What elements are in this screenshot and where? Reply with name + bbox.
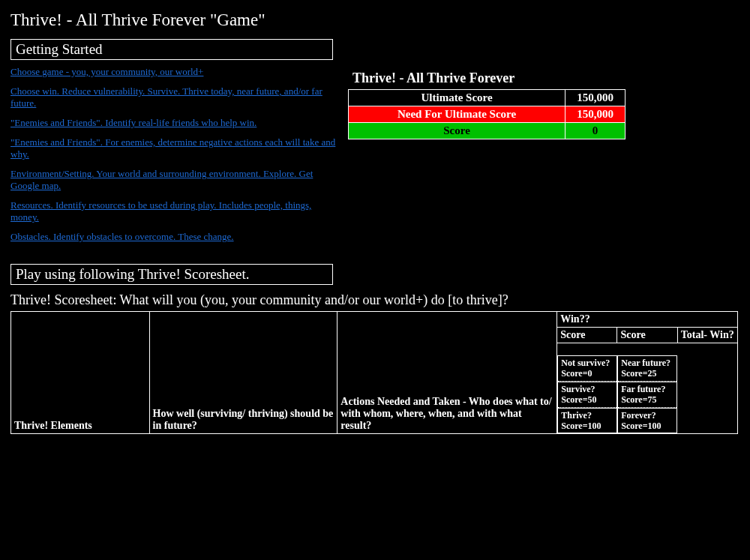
legend-item: Not survive?Score=0 (558, 355, 616, 382)
link-friends[interactable]: "Enemies and Friends". Identify real-lif… (10, 117, 256, 128)
getting-started-links: Choose game - you, your community, our w… (10, 66, 340, 250)
link-enemies[interactable]: "Enemies and Friends". For enemies, dete… (10, 136, 335, 160)
score-table: Ultimate Score 150,000 Need For Ultimate… (348, 89, 626, 139)
link-resources[interactable]: Resources. Identify resources to be used… (10, 199, 311, 223)
link-choose-win[interactable]: Choose win. Reduce vulnerability. Surviv… (10, 85, 322, 109)
col-actions: Actions Needed and Taken - Who does what… (338, 312, 557, 434)
legend: Not survive?Score=0 Survive?Score=50 Thr… (557, 355, 737, 433)
score-row-label: Ultimate Score (349, 90, 566, 106)
legend-right: Near future?Score=25 Far future?Score=75… (617, 355, 677, 433)
legend-left: Not survive?Score=0 Survive?Score=50 Thr… (557, 355, 617, 433)
scoresheet-table: Thrive! Elements How well (surviving/ th… (10, 311, 738, 434)
score-row-value: 150,000 (566, 106, 626, 123)
page-title: Thrive! - All Thrive Forever "Game" (10, 10, 740, 30)
legend-item: Far future?Score=75 (618, 382, 676, 408)
legend-item: Thrive?Score=100 (558, 408, 616, 434)
col-total-win: Total- Win? (678, 328, 737, 343)
getting-started-header: Getting Started (10, 39, 333, 60)
scoresheet-title: Thrive! Scoresheet: What will you (you, … (10, 292, 740, 308)
link-environment[interactable]: Environment/Setting. Your world and surr… (10, 168, 313, 191)
legend-item: Survive?Score=50 (558, 382, 616, 408)
score-row-label: Need For Ultimate Score (349, 106, 566, 123)
legend-item: Forever?Score=100 (618, 408, 676, 434)
score-row-value: 0 (566, 123, 626, 139)
score-row-value: 150,000 (566, 90, 626, 106)
score-panel-title: Thrive! - All Thrive Forever (352, 70, 740, 86)
col-win-group: Win?? Score Score Total- Win? Not surviv… (557, 312, 738, 434)
link-choose-game[interactable]: Choose game - you, your community, our w… (10, 66, 203, 77)
col-thrive-elements: Thrive! Elements (11, 312, 150, 434)
col-score-2: Score (617, 328, 677, 343)
col-how-well: How well (surviving/ thriving) should be… (149, 312, 338, 434)
play-section-header: Play using following Thrive! Scoresheet. (10, 264, 333, 285)
col-score-1: Score (557, 328, 617, 343)
link-obstacles[interactable]: Obstacles. Identify obstacles to overcom… (10, 231, 234, 242)
legend-item: Near future?Score=25 (618, 355, 676, 382)
score-row-label: Score (349, 123, 566, 139)
win-header: Win?? (557, 312, 737, 328)
